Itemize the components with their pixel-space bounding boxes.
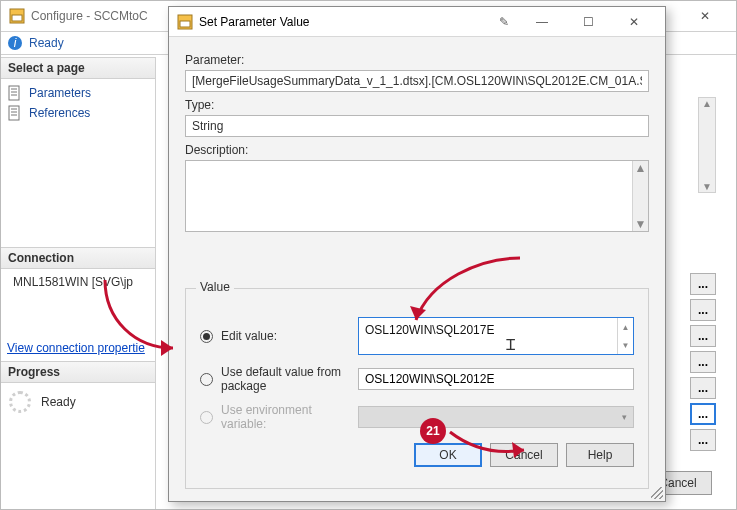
sidebar-item-parameters[interactable]: Parameters bbox=[1, 83, 155, 103]
connection-text: MNL1581WIN [SVG\jp bbox=[13, 275, 133, 289]
page-icon bbox=[7, 85, 23, 101]
parameter-field[interactable] bbox=[185, 70, 649, 92]
svg-rect-15 bbox=[180, 21, 190, 27]
progress-text: Ready bbox=[41, 395, 76, 409]
connection-header: Connection bbox=[1, 247, 155, 269]
dialog-help-button[interactable]: Help bbox=[566, 443, 634, 467]
edit-value-label: Edit value: bbox=[221, 329, 277, 343]
ellipsis-button[interactable]: ... bbox=[690, 325, 716, 347]
package-default-field[interactable] bbox=[358, 368, 634, 390]
ellipsis-button[interactable]: ... bbox=[690, 299, 716, 321]
text-cursor-icon: Ꮖ bbox=[506, 336, 516, 354]
dialog-icon bbox=[177, 14, 193, 30]
svg-text:i: i bbox=[14, 36, 17, 50]
outer-title-text: Configure - SCCMtoC bbox=[31, 9, 148, 23]
dialog-cancel-button[interactable]: Cancel bbox=[490, 443, 558, 467]
dialog-ok-button[interactable]: OK bbox=[414, 443, 482, 467]
dialog-titlebar: Set Parameter Value ✎ — ☐ ✕ bbox=[169, 7, 665, 37]
view-connection-properties-link[interactable]: View connection propertie bbox=[1, 335, 155, 361]
sidebar-item-label: Parameters bbox=[29, 86, 91, 100]
type-label: Type: bbox=[185, 98, 649, 112]
edit-value-input[interactable] bbox=[358, 317, 634, 355]
env-variable-dropdown: ▾ bbox=[358, 406, 634, 428]
dialog-minimize-button[interactable]: — bbox=[519, 7, 565, 37]
connection-value-row: MNL1581WIN [SVG\jp bbox=[1, 269, 155, 295]
ellipsis-button[interactable]: ... bbox=[690, 429, 716, 451]
edit-value-spinner[interactable]: ▲▼ bbox=[617, 318, 633, 354]
select-page-header: Select a page bbox=[1, 57, 155, 79]
sidebar-item-references[interactable]: References bbox=[1, 103, 155, 123]
use-env-radio bbox=[200, 411, 213, 424]
ellipsis-button[interactable]: ... bbox=[690, 273, 716, 295]
dialog-pin-button[interactable]: ✎ bbox=[489, 7, 519, 37]
dialog-maximize-button[interactable]: ☐ bbox=[565, 7, 611, 37]
progress-header: Progress bbox=[1, 361, 155, 383]
edit-value-radio[interactable] bbox=[200, 330, 213, 343]
resize-grip[interactable] bbox=[651, 487, 663, 499]
ready-text: Ready bbox=[29, 36, 64, 50]
ellipsis-button[interactable]: ... bbox=[690, 351, 716, 373]
type-field[interactable] bbox=[185, 115, 649, 137]
value-legend: Value bbox=[196, 280, 234, 294]
scrollbar[interactable]: ▲▼ bbox=[698, 97, 716, 193]
outer-close-button[interactable]: ✕ bbox=[682, 1, 728, 31]
dialog-title-text: Set Parameter Value bbox=[199, 15, 310, 29]
use-default-label: Use default value from package bbox=[221, 365, 350, 393]
description-label: Description: bbox=[185, 143, 649, 157]
use-env-label: Use environment variable: bbox=[221, 403, 350, 431]
use-default-radio[interactable] bbox=[200, 373, 213, 386]
set-parameter-dialog: Set Parameter Value ✎ — ☐ ✕ Parameter: T… bbox=[168, 6, 666, 502]
value-groupbox: Value Edit value: ▲▼ Ꮖ Use default value… bbox=[185, 288, 649, 489]
description-field[interactable]: ▲▼ bbox=[185, 160, 649, 232]
page-icon bbox=[7, 105, 23, 121]
progress-spinner-icon bbox=[9, 391, 31, 413]
svg-rect-4 bbox=[9, 86, 19, 100]
parameter-label: Parameter: bbox=[185, 53, 649, 67]
description-scrollbar[interactable]: ▲▼ bbox=[632, 161, 648, 231]
info-icon: i bbox=[7, 35, 23, 51]
app-icon bbox=[9, 8, 25, 24]
sidebar: Select a page Parameters References Conn… bbox=[1, 57, 156, 509]
svg-rect-1 bbox=[12, 15, 22, 21]
svg-rect-8 bbox=[9, 106, 19, 120]
dialog-close-button[interactable]: ✕ bbox=[611, 7, 657, 37]
ellipsis-button[interactable]: ... bbox=[690, 377, 716, 399]
sidebar-item-label: References bbox=[29, 106, 90, 120]
ellipsis-button-selected[interactable]: ... bbox=[690, 403, 716, 425]
